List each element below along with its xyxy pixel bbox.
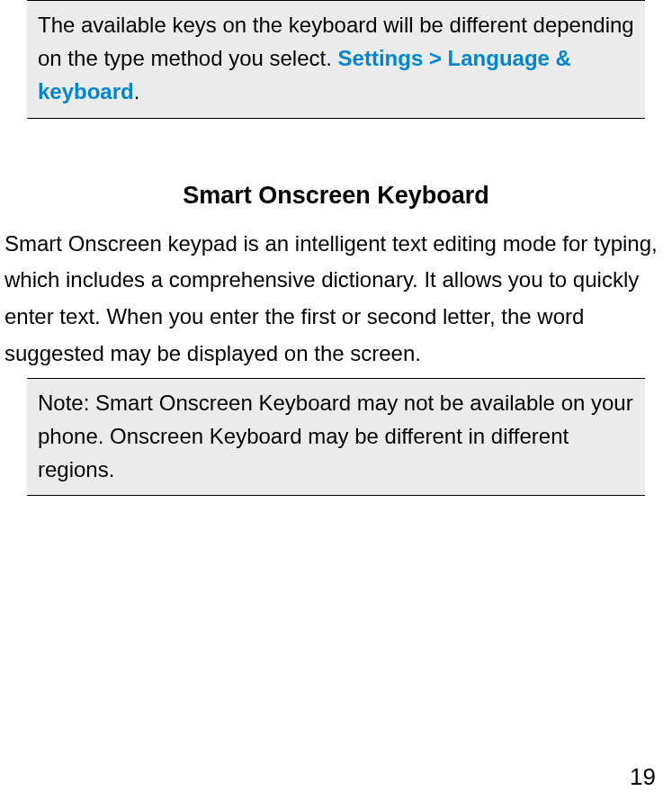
page-number: 19 (630, 763, 656, 791)
note-text-2: Note: Smart Onscreen Keyboard may not be… (38, 391, 633, 481)
section-body: Smart Onscreen keypad is an intelligent … (0, 226, 672, 373)
note-space (332, 46, 338, 70)
note-box-top: The available keys on the keyboard will … (27, 0, 645, 119)
note-period: . (134, 79, 140, 103)
note-box-second: Note: Smart Onscreen Keyboard may not be… (27, 378, 645, 497)
section-heading: Smart Onscreen Keyboard (0, 182, 672, 210)
